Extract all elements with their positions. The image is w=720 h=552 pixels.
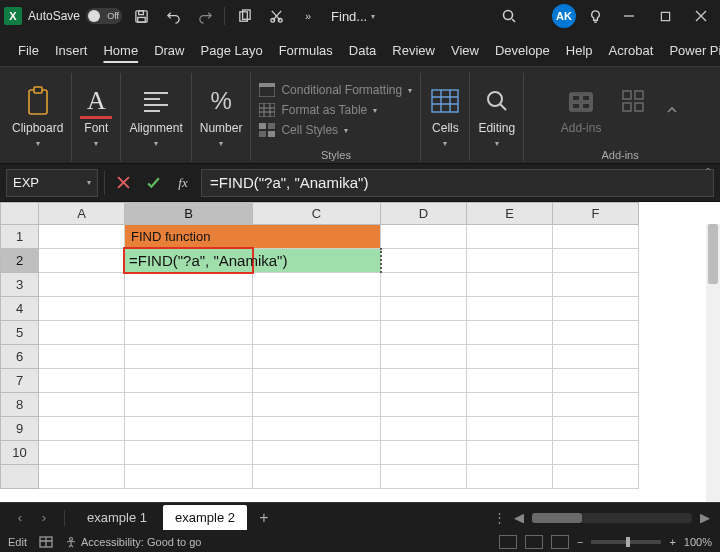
- cell[interactable]: [125, 393, 253, 417]
- cell[interactable]: [467, 225, 553, 249]
- col-header-a[interactable]: A: [39, 203, 125, 225]
- row-header[interactable]: 7: [1, 369, 39, 393]
- cut-icon[interactable]: [263, 3, 289, 29]
- row-header[interactable]: 5: [1, 321, 39, 345]
- cell[interactable]: [125, 417, 253, 441]
- tab-help[interactable]: Help: [558, 37, 601, 66]
- enter-formula-button[interactable]: [141, 171, 165, 195]
- cell[interactable]: [553, 465, 639, 489]
- stats-icon[interactable]: [39, 536, 53, 548]
- scrollbar-thumb[interactable]: [532, 513, 582, 523]
- cancel-formula-button[interactable]: [111, 171, 135, 195]
- cell[interactable]: [467, 465, 553, 489]
- cell[interactable]: [553, 417, 639, 441]
- sheet-nav-next[interactable]: ›: [34, 510, 54, 525]
- sheet-nav-prev[interactable]: ‹: [10, 510, 30, 525]
- ribbon-collapse-icon[interactable]: [665, 103, 679, 117]
- zoom-slider-thumb[interactable]: [626, 537, 630, 547]
- copy-icon[interactable]: [231, 3, 257, 29]
- cell[interactable]: [125, 297, 253, 321]
- clipboard-button[interactable]: Clipboard ▾: [12, 85, 63, 148]
- addins-button[interactable]: Add-ins: [561, 85, 602, 135]
- scroll-left-icon[interactable]: ◀: [514, 510, 524, 525]
- cell[interactable]: [39, 249, 125, 273]
- zoom-value[interactable]: 100%: [684, 536, 712, 548]
- cell[interactable]: [467, 273, 553, 297]
- format-as-table-button[interactable]: Format as Table ▾: [259, 103, 412, 117]
- sheet-tab-1[interactable]: example 1: [75, 505, 159, 530]
- cell[interactable]: [39, 297, 125, 321]
- cell[interactable]: [125, 321, 253, 345]
- cell[interactable]: [253, 273, 381, 297]
- page-layout-view-button[interactable]: [525, 535, 543, 549]
- conditional-formatting-button[interactable]: Conditional Formatting ▾: [259, 83, 412, 97]
- cell[interactable]: [553, 369, 639, 393]
- tab-acrobat[interactable]: Acrobat: [601, 37, 662, 66]
- overflow-icon[interactable]: »: [295, 3, 321, 29]
- cell[interactable]: [381, 225, 467, 249]
- tab-developer[interactable]: Develope: [487, 37, 558, 66]
- col-header-f[interactable]: F: [553, 203, 639, 225]
- cell[interactable]: [39, 345, 125, 369]
- document-title[interactable]: Find... ▾: [327, 9, 379, 24]
- cell[interactable]: [381, 321, 467, 345]
- cell[interactable]: [467, 345, 553, 369]
- cell[interactable]: [39, 225, 125, 249]
- col-header-b[interactable]: B: [125, 203, 253, 225]
- vertical-scrollbar[interactable]: [706, 224, 720, 502]
- page-break-view-button[interactable]: [551, 535, 569, 549]
- cell[interactable]: [553, 273, 639, 297]
- zoom-out-button[interactable]: −: [577, 536, 583, 548]
- cell[interactable]: [253, 369, 381, 393]
- close-button[interactable]: [686, 1, 716, 31]
- alignment-button[interactable]: Alignment ▾: [129, 85, 182, 148]
- account-avatar[interactable]: AK: [552, 4, 576, 28]
- name-box[interactable]: EXP ▾: [6, 169, 98, 197]
- cell-b2[interactable]: =FIND("?a", "Anamika"): [125, 249, 253, 273]
- cell[interactable]: [253, 417, 381, 441]
- tab-review[interactable]: Review: [384, 37, 443, 66]
- spreadsheet-grid[interactable]: A B C D E F 1 FIND function 2: [0, 202, 720, 489]
- expand-formula-bar-icon[interactable]: ⌃: [704, 166, 712, 177]
- cell[interactable]: [381, 345, 467, 369]
- search-icon[interactable]: [496, 3, 522, 29]
- tab-formulas[interactable]: Formulas: [271, 37, 341, 66]
- col-header-c[interactable]: C: [253, 203, 381, 225]
- cell[interactable]: [381, 273, 467, 297]
- cell[interactable]: [253, 321, 381, 345]
- row-header[interactable]: [1, 465, 39, 489]
- cell[interactable]: [125, 345, 253, 369]
- cell[interactable]: [253, 441, 381, 465]
- cell[interactable]: [381, 393, 467, 417]
- undo-icon[interactable]: [160, 3, 186, 29]
- tab-page-layout[interactable]: Page Layo: [193, 37, 271, 66]
- cell[interactable]: [381, 441, 467, 465]
- cell[interactable]: [467, 321, 553, 345]
- zoom-in-button[interactable]: +: [669, 536, 675, 548]
- cell[interactable]: [125, 369, 253, 393]
- cell[interactable]: [125, 465, 253, 489]
- cell[interactable]: [253, 297, 381, 321]
- select-all-corner[interactable]: [1, 203, 39, 225]
- cell[interactable]: [467, 441, 553, 465]
- cell[interactable]: [253, 465, 381, 489]
- cell[interactable]: [253, 345, 381, 369]
- cell[interactable]: [39, 321, 125, 345]
- insert-function-button[interactable]: fx: [171, 171, 195, 195]
- sheet-tab-2[interactable]: example 2: [163, 505, 247, 530]
- tab-draw[interactable]: Draw: [146, 37, 192, 66]
- number-button[interactable]: % Number ▾: [200, 85, 243, 148]
- lightbulb-icon[interactable]: [582, 3, 608, 29]
- cell[interactable]: [381, 297, 467, 321]
- minimize-button[interactable]: [614, 1, 644, 31]
- cell[interactable]: [467, 369, 553, 393]
- cell[interactable]: [125, 273, 253, 297]
- redo-icon[interactable]: [192, 3, 218, 29]
- cell-styles-button[interactable]: Cell Styles ▾: [259, 123, 412, 137]
- tab-insert[interactable]: Insert: [47, 37, 96, 66]
- maximize-button[interactable]: [650, 1, 680, 31]
- new-sheet-button[interactable]: +: [251, 509, 277, 527]
- cell[interactable]: [467, 393, 553, 417]
- editing-button[interactable]: Editing ▾: [478, 85, 515, 148]
- tab-power-pivot[interactable]: Power Piv: [661, 37, 720, 66]
